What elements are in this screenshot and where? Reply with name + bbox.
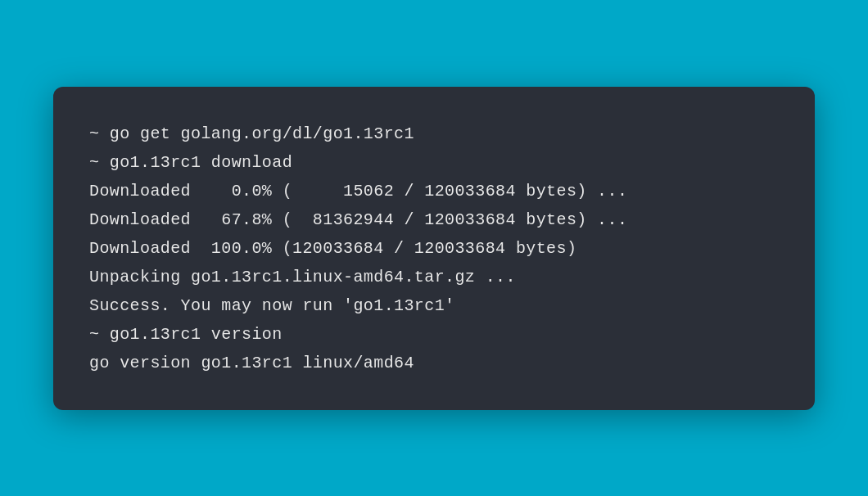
terminal-line-0: ~ go get golang.org/dl/go1.13rc1 — [89, 119, 779, 148]
terminal-line-1: ~ go1.13rc1 download — [89, 148, 779, 177]
terminal-line-5: Unpacking go1.13rc1.linux-amd64.tar.gz .… — [89, 263, 779, 291]
terminal-line-8: go version go1.13rc1 linux/amd64 — [89, 349, 779, 377]
terminal-line-7: ~ go1.13rc1 version — [89, 320, 779, 349]
terminal-line-6: Success. You may now run 'go1.13rc1' — [89, 291, 779, 320]
terminal-line-2: Downloaded 0.0% ( 15062 / 120033684 byte… — [89, 177, 779, 205]
terminal-line-3: Downloaded 67.8% ( 81362944 / 120033684 … — [89, 205, 779, 234]
terminal-line-4: Downloaded 100.0% (120033684 / 120033684… — [89, 234, 779, 263]
terminal-window: ~ go get golang.org/dl/go1.13rc1~ go1.13… — [53, 87, 815, 410]
